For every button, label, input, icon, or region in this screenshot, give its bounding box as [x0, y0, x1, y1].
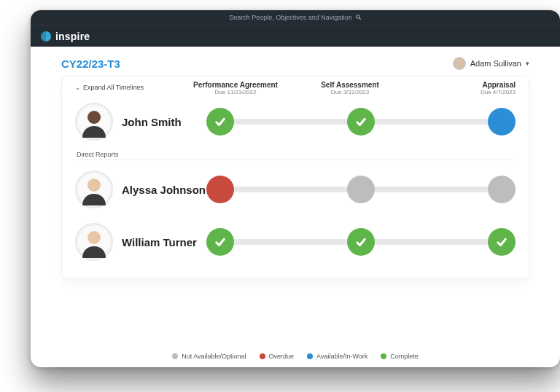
status-node-overdue[interactable] [206, 176, 234, 203]
person-avatar [75, 170, 113, 208]
person-name: Alyssa Johnson [122, 184, 206, 196]
direct-reports-label: Direct Reports [75, 148, 516, 160]
stage-due: Due 11/23/2022 [184, 89, 287, 95]
status-node-complete[interactable] [347, 108, 375, 136]
expand-all-toggle[interactable]: ⌄ Expand All Timelines [75, 81, 184, 91]
stage-title: Performance Agreement [184, 81, 287, 89]
legend-label: Overdue [269, 353, 295, 360]
person-avatar [75, 223, 113, 261]
page-header: CY22/23-T3 Adam Sullivan ▾ [61, 57, 529, 70]
expand-label: Expand All Timelines [83, 84, 144, 91]
chevron-down-icon: ⌄ [75, 85, 80, 91]
search-icon [355, 14, 362, 22]
stage-title: Appraisal [413, 81, 516, 89]
period-title[interactable]: CY22/23-T3 [61, 58, 120, 70]
svg-point-0 [356, 15, 359, 18]
svg-line-1 [359, 17, 360, 19]
search-placeholder: Search People, Objectives and Navigation [229, 14, 352, 21]
brand-logo-icon [41, 31, 51, 42]
user-avatar-icon [453, 57, 466, 70]
card-header: ⌄ Expand All Timelines Performance Agree… [75, 81, 516, 95]
legend-item: Not Available/Optional [172, 353, 246, 360]
person-name: John Smith [122, 116, 182, 128]
stage-due: Due 4/7/2023 [413, 89, 516, 95]
status-node-complete[interactable] [347, 228, 375, 256]
status-node-na[interactable] [347, 176, 375, 203]
rows-container: John Smith Direct Reports Alyssa Johnson… [75, 95, 516, 268]
stage-headers: Performance Agreement Due 11/23/2022Self… [184, 81, 516, 95]
stage-header: Self Assessment Due 3/31/2023 [299, 81, 401, 95]
timeline [206, 175, 516, 204]
legend-label: Complete [390, 353, 419, 360]
person-avatar [75, 103, 113, 141]
legend-dot-icon [381, 353, 386, 359]
stage-header: Appraisal Due 4/7/2023 [413, 81, 516, 95]
legend-label: Not Available/Optional [182, 353, 246, 360]
status-node-inwork[interactable] [488, 108, 516, 136]
main-content: CY22/23-T3 Adam Sullivan ▾ ⌄ Expand All … [31, 47, 560, 279]
person-row[interactable]: Alyssa Johnson [75, 163, 516, 216]
legend-dot-icon [260, 353, 265, 359]
legend-item: Overdue [260, 353, 295, 360]
person-cell: John Smith [75, 103, 206, 141]
legend: Not Available/Optional Overdue Available… [31, 353, 560, 360]
legend-item: Available/In-Work [307, 353, 368, 360]
person-row[interactable]: William Turner [75, 216, 516, 268]
person-cell: Alyssa Johnson [75, 170, 206, 208]
chevron-down-icon: ▾ [526, 60, 529, 67]
user-name: Adam Sullivan [470, 59, 521, 68]
timeline [206, 227, 516, 256]
legend-label: Available/In-Work [316, 353, 368, 360]
timeline-card: ⌄ Expand All Timelines Performance Agree… [61, 76, 529, 279]
svg-point-3 [88, 111, 101, 124]
brand-name: inspire [55, 31, 90, 42]
brand-bar: inspire [31, 25, 560, 47]
svg-point-5 [88, 179, 101, 192]
legend-dot-icon [172, 353, 178, 359]
status-node-na[interactable] [488, 176, 516, 203]
stage-header: Performance Agreement Due 11/23/2022 [184, 81, 287, 95]
legend-item: Complete [381, 353, 419, 360]
person-cell: William Turner [75, 223, 206, 261]
global-search-bar[interactable]: Search People, Objectives and Navigation [31, 10, 560, 25]
stage-title: Self Assessment [299, 81, 401, 89]
svg-point-7 [88, 231, 101, 244]
person-name: William Turner [122, 236, 197, 248]
user-menu[interactable]: Adam Sullivan ▾ [453, 57, 529, 70]
status-node-complete[interactable] [206, 228, 234, 256]
status-node-complete[interactable] [206, 108, 234, 136]
timeline [206, 107, 516, 136]
status-node-complete[interactable] [488, 228, 516, 256]
stage-due: Due 3/31/2023 [299, 89, 401, 95]
app-window: Search People, Objectives and Navigation… [31, 10, 560, 367]
legend-dot-icon [307, 353, 313, 359]
person-row[interactable]: John Smith [75, 95, 516, 148]
